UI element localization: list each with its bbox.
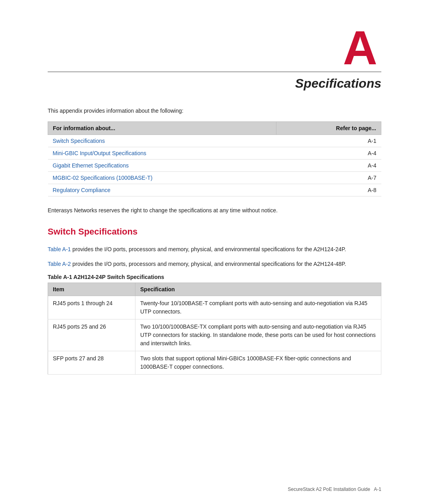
toc-row-page: A-1 [276, 135, 381, 147]
chapter-letter: A [343, 24, 377, 71]
spec-col1-header: Item [48, 283, 135, 296]
toc-row-label[interactable]: Regulatory Compliance [48, 184, 276, 196]
spec-value: Two slots that support optional Mini-GBI… [135, 351, 381, 375]
toc-col2-header: Refer to page... [276, 122, 381, 135]
page-container: A Specifications This appendix provides … [0, 0, 429, 504]
spec-value: Two 10/100/1000BASE-TX compliant ports w… [135, 319, 381, 351]
toc-row-page: A-8 [276, 184, 381, 196]
disclaimer-text: Enterasys Networks reserves the right to… [48, 206, 381, 215]
page-title: Specifications [48, 76, 381, 91]
toc-row-page: A-7 [276, 172, 381, 184]
toc-header-row: For information about... Refer to page..… [48, 122, 381, 135]
chapter-divider [48, 71, 381, 72]
table-a2-link[interactable]: Table A-2 [48, 261, 71, 267]
spec-item: SFP ports 27 and 28 [48, 351, 135, 375]
toc-row-label[interactable]: MGBIC-02 Specifications (1000BASE-T) [48, 172, 276, 184]
toc-row-page: A-4 [276, 160, 381, 172]
toc-row: MGBIC-02 Specifications (1000BASE-T)A-7 [48, 172, 381, 184]
switch-specs-para1: Table A-1 provides the I/O ports, proces… [48, 245, 381, 254]
footer-text: SecureStack A2 PoE Installation Guide [288, 487, 370, 492]
toc-row: Switch SpecificationsA-1 [48, 135, 381, 147]
toc-row-label[interactable]: Gigabit Ethernet Specifications [48, 160, 276, 172]
spec-item: RJ45 ports 1 through 24 [48, 296, 135, 319]
switch-specs-para1-text: provides the I/O ports, processors and m… [71, 246, 346, 252]
table-a1-link[interactable]: Table A-1 [48, 246, 71, 252]
toc-row-page: A-4 [276, 147, 381, 160]
page-footer: SecureStack A2 PoE Installation Guide A-… [288, 487, 382, 492]
intro-text: This appendix provides information about… [48, 107, 381, 115]
switch-specs-para2-text: provides the I/O ports, processors and m… [71, 261, 346, 267]
toc-table: For information about... Refer to page..… [48, 121, 381, 196]
toc-row-label[interactable]: Switch Specifications [48, 135, 276, 147]
spec-item: RJ45 ports 25 and 26 [48, 319, 135, 351]
switch-specs-para2: Table A-2 provides the I/O ports, proces… [48, 260, 381, 268]
switch-specs-heading: Switch Specifications [48, 227, 381, 239]
chapter-letter-container: A [48, 24, 381, 71]
table-a1-caption: Table A-1 A2H124-24P Switch Specificatio… [48, 274, 381, 280]
footer-page: A-1 [374, 487, 381, 492]
toc-row: Mini-GBIC Input/Output SpecificationsA-4 [48, 147, 381, 160]
spec-table-row: SFP ports 27 and 28Two slots that suppor… [48, 351, 381, 375]
spec-table-row: RJ45 ports 25 and 26Two 10/100/1000BASE-… [48, 319, 381, 351]
toc-row-label[interactable]: Mini-GBIC Input/Output Specifications [48, 147, 276, 160]
spec-value: Twenty-four 10/100BASE-T compliant ports… [135, 296, 381, 319]
spec-table-a1: Item Specification RJ45 ports 1 through … [48, 283, 381, 375]
spec-table-row: RJ45 ports 1 through 24Twenty-four 10/10… [48, 296, 381, 319]
spec-table-header-row: Item Specification [48, 283, 381, 296]
toc-row: Regulatory ComplianceA-8 [48, 184, 381, 196]
spec-col2-header: Specification [135, 283, 381, 296]
toc-row: Gigabit Ethernet SpecificationsA-4 [48, 160, 381, 172]
toc-col1-header: For information about... [48, 122, 276, 135]
